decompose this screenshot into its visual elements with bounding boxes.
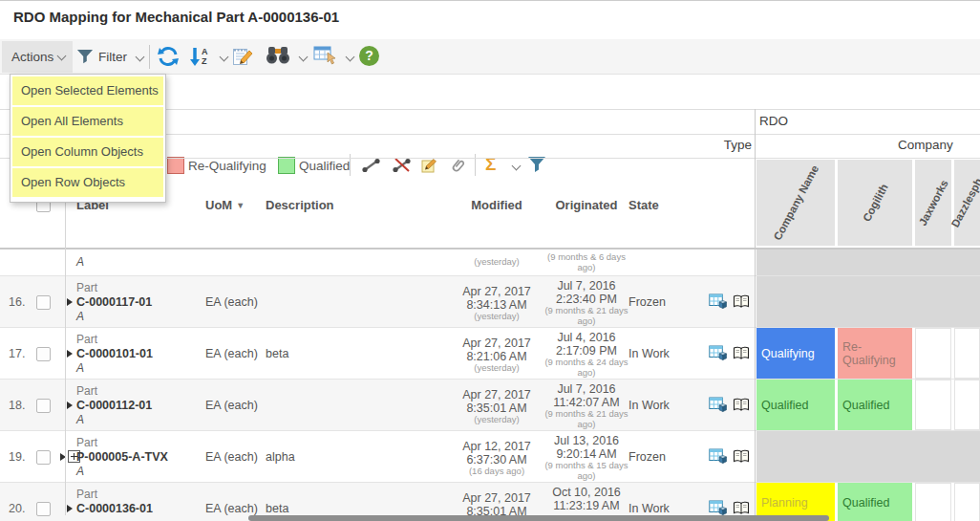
originated-cell: Oct 10, 2016 11:23:19 AM xyxy=(543,486,630,512)
uom-value: EA (each) xyxy=(205,347,258,360)
part-label: Part C-0000112-01 A xyxy=(76,384,202,427)
status-cell-qualified[interactable]: Qualified xyxy=(838,380,912,430)
part-type: Part xyxy=(76,436,202,450)
part-label: Part P-000005-A-TVX A xyxy=(76,436,202,479)
status-cell-empty[interactable] xyxy=(954,380,980,430)
state-value: Frozen xyxy=(628,295,666,309)
create-connection-icon[interactable] xyxy=(361,158,382,177)
row-number: 19. xyxy=(9,450,25,464)
chevron-down-icon[interactable] xyxy=(220,53,229,62)
qualified-swatch xyxy=(278,157,295,174)
column-header-company-name[interactable]: Company Name xyxy=(756,160,835,246)
column-header-cogilith[interactable]: Cogilith xyxy=(838,160,912,246)
row-number: 20. xyxy=(9,502,25,515)
where-used-book-icon[interactable] xyxy=(733,398,750,416)
row-checkbox[interactable] xyxy=(36,502,51,516)
grid-border xyxy=(755,109,756,521)
row-checkbox[interactable] xyxy=(36,399,51,413)
column-header-originated[interactable]: Originated xyxy=(543,198,630,212)
state-value: Frozen xyxy=(628,450,666,464)
menu-item-open-row-objects[interactable]: Open Row Objects xyxy=(12,168,163,197)
table-row: 16. Part C-0000117-01 A EA (each) Apr 27… xyxy=(0,275,980,327)
column-header-description[interactable]: Description xyxy=(266,198,334,212)
rdo-disabled-span xyxy=(756,431,980,482)
help-icon[interactable]: ? xyxy=(359,46,379,66)
column-header-jaxworks[interactable]: Jaxworks xyxy=(915,160,951,246)
status-cell-empty[interactable] xyxy=(915,380,951,430)
status-cell-empty[interactable] xyxy=(915,328,951,379)
menu-item-open-selected-elements[interactable]: Open Selected Elements xyxy=(12,76,163,105)
column-header-state[interactable]: State xyxy=(628,198,659,212)
chevron-down-icon[interactable] xyxy=(512,162,522,171)
modified-cell: Apr 27, 2017 8:35:01 AM (yesterday) xyxy=(449,388,544,425)
part-revision: A xyxy=(76,413,202,427)
status-cell-qualified[interactable]: Qualified xyxy=(756,380,835,430)
refresh-icon[interactable] xyxy=(156,46,181,71)
where-used-book-icon[interactable] xyxy=(733,294,750,313)
part-number-link[interactable]: C-0000136-01 xyxy=(76,502,202,516)
status-cell-qualified[interactable]: Qualified xyxy=(838,483,912,521)
row-checkbox[interactable] xyxy=(36,450,51,465)
filter-funnel-icon xyxy=(76,49,94,65)
filter-funnel-icon[interactable] xyxy=(527,156,546,178)
status-cell-qualifying[interactable]: Qualifying xyxy=(756,328,835,379)
expand-arrow-icon[interactable] xyxy=(67,350,73,358)
chevron-down-icon[interactable] xyxy=(346,53,355,62)
row-number: 16. xyxy=(9,295,25,309)
modified-cell: Apr 27, 2017 8:34:13 AM (yesterday) xyxy=(449,285,544,322)
part-label: Part C-0000117-01 A xyxy=(76,281,202,324)
originated-cell: Jul 13, 2016 9:20:14 AM (9 months & 15 d… xyxy=(543,434,630,481)
expand-arrow-icon[interactable] xyxy=(67,298,73,306)
part-revision: A xyxy=(76,361,202,376)
state-value: In Work xyxy=(628,347,670,360)
uom-value: EA (each) xyxy=(205,502,258,515)
status-cell-empty[interactable] xyxy=(954,483,980,521)
bom-table-icon[interactable] xyxy=(709,448,727,468)
description-value: beta xyxy=(266,347,288,360)
find-binoculars-icon[interactable] xyxy=(266,46,290,69)
column-header-uom[interactable]: UoM▼ xyxy=(205,198,245,212)
rdo-mapping-window: RDO Mapping for Mechanical Part A-000013… xyxy=(0,0,980,521)
column-header-modified[interactable]: Modified xyxy=(449,198,544,212)
menu-item-open-all-elements[interactable]: Open All Elements xyxy=(12,107,163,136)
bom-table-icon[interactable] xyxy=(709,293,727,314)
rdo-disabled-span xyxy=(756,276,980,327)
where-used-book-icon[interactable] xyxy=(733,346,750,364)
originated-ago: (9 months & 6 days ago) xyxy=(543,252,630,272)
expand-arrow-icon[interactable] xyxy=(67,505,73,512)
part-number-link[interactable]: P-000005-A-TVX xyxy=(76,450,202,465)
part-number-link[interactable]: C-0000101-01 xyxy=(76,347,202,361)
sort-az-icon[interactable]: A Z xyxy=(189,46,210,71)
toolbar-divider xyxy=(149,45,150,69)
chevron-down-icon[interactable] xyxy=(299,53,309,62)
chevron-down-icon xyxy=(57,52,67,61)
edit-note-icon[interactable] xyxy=(421,158,440,177)
main-toolbar: Actions Filter A Z xyxy=(0,39,980,75)
originated-cell: Jul 4, 2016 2:17:09 PM (9 months & 24 da… xyxy=(543,331,630,378)
bom-table-icon[interactable] xyxy=(709,345,727,365)
table-select-icon[interactable] xyxy=(313,46,336,69)
part-number-link[interactable]: C-0000117-01 xyxy=(76,295,202,310)
menu-item-open-column-objects[interactable]: Open Column Objects xyxy=(12,138,163,166)
grid-border xyxy=(65,158,66,515)
horizontal-scrollbar[interactable] xyxy=(248,515,829,521)
column-header-dazzlesph[interactable]: Dazzlesph xyxy=(954,160,980,246)
part-number-link[interactable]: C-0000112-01 xyxy=(76,399,202,413)
part-revision: A xyxy=(76,255,84,269)
status-cell-empty[interactable] xyxy=(915,483,951,521)
row-checkbox[interactable] xyxy=(36,295,51,310)
status-cell-empty[interactable] xyxy=(954,328,980,379)
filter-button[interactable]: Filter xyxy=(76,41,143,73)
requalifying-swatch xyxy=(167,157,184,174)
actions-dropdown-menu: Open Selected Elements Open All Elements… xyxy=(10,74,166,203)
edit-icon[interactable] xyxy=(232,46,255,71)
row-checkbox[interactable] xyxy=(36,347,51,361)
remove-connection-icon[interactable] xyxy=(392,157,413,177)
modified-ago: (yesterday) xyxy=(449,257,544,268)
sort-descending-icon: ▼ xyxy=(236,201,245,210)
status-cell-requalifying[interactable]: Re-Qualifying xyxy=(838,328,912,379)
bom-table-icon[interactable] xyxy=(709,397,727,417)
expand-arrow-icon[interactable] xyxy=(67,402,73,409)
where-used-book-icon[interactable] xyxy=(733,449,750,467)
actions-button[interactable]: Actions xyxy=(2,41,73,73)
